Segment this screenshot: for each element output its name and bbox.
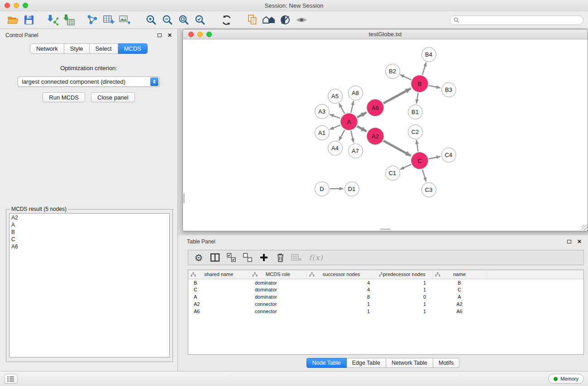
zoom-selected-button[interactable] (192, 13, 208, 27)
vertical-scrollbar[interactable] (183, 193, 185, 203)
open-session-button[interactable] (5, 13, 21, 27)
result-item[interactable]: A (11, 221, 167, 229)
save-session-button[interactable] (21, 13, 37, 27)
result-item[interactable]: B (11, 229, 167, 236)
new-table-button[interactable] (100, 13, 117, 27)
result-item[interactable]: C (11, 236, 167, 243)
add-column-button[interactable] (257, 251, 271, 264)
float-table-panel-icon[interactable] (567, 240, 571, 243)
table-settings-button[interactable]: ⚙ (192, 251, 206, 264)
edge-C-C2[interactable] (416, 140, 418, 151)
node-C3[interactable]: C3 (421, 182, 436, 197)
overview-button[interactable] (261, 13, 277, 27)
tab-select[interactable]: Select (90, 43, 118, 54)
node-B2[interactable]: B2 (385, 64, 400, 79)
delete-column-button[interactable] (273, 251, 287, 264)
edge-B-B4[interactable] (422, 62, 426, 75)
node-A[interactable]: A (340, 113, 358, 130)
node-C2[interactable]: C2 (408, 124, 423, 139)
close-window-button[interactable] (5, 3, 10, 8)
close-table-panel-icon[interactable]: ✕ (577, 239, 582, 244)
close-panel-button[interactable]: Close panel (91, 92, 135, 102)
close-network-window-button[interactable] (188, 32, 194, 37)
zoom-out-button[interactable] (159, 13, 176, 27)
node-B3[interactable]: B3 (441, 82, 456, 97)
tab-edge-table[interactable]: Edge Table (347, 358, 386, 368)
column-header-successor-nodes[interactable]: successor nodes (306, 270, 376, 279)
float-panel-icon[interactable] (158, 33, 162, 37)
select-all-button[interactable] (225, 251, 238, 264)
network-canvas[interactable]: AA1A2A3A4A5A6A7A8BB1B2B3B4CC1C2C3C4DD1 (183, 39, 588, 230)
edge-A-A7[interactable] (351, 131, 354, 143)
edge-C-C4[interactable] (429, 157, 440, 159)
show-hide-button[interactable] (293, 13, 310, 27)
tab-network[interactable]: Network (30, 43, 64, 54)
node-C[interactable]: C (411, 152, 428, 169)
node-A7[interactable]: A7 (348, 143, 363, 158)
export-image-button[interactable] (117, 13, 133, 27)
node-D1[interactable]: D1 (344, 181, 359, 196)
deselect-all-button[interactable] (241, 251, 254, 264)
edge-A-A3[interactable] (330, 114, 340, 119)
import-network-button[interactable] (44, 13, 61, 27)
memory-button[interactable]: Memory (548, 374, 584, 384)
edge-C-C1[interactable] (400, 164, 411, 169)
result-item[interactable]: A2 (11, 214, 167, 221)
column-header-name[interactable]: name (432, 270, 487, 279)
duplicate-network-button[interactable] (244, 13, 261, 27)
function-builder-button[interactable]: f(x) (306, 251, 326, 264)
criterion-dropdown[interactable]: largest connected component (directed) (18, 76, 160, 87)
tab-network-table[interactable]: Network Table (386, 358, 433, 368)
node-C1[interactable]: C1 (385, 166, 400, 181)
edge-A-A5[interactable] (339, 103, 344, 114)
edge-C-C3[interactable] (422, 170, 426, 182)
node-A1[interactable]: A1 (315, 125, 330, 140)
table-row[interactable]: Adominator80A (188, 293, 583, 300)
run-mcds-button[interactable]: Run MCDS (43, 92, 85, 102)
node-B1[interactable]: B1 (408, 105, 423, 119)
edge-A-A6[interactable] (357, 112, 367, 117)
edge-A6-B[interactable] (383, 88, 411, 103)
node-A2[interactable]: A2 (367, 128, 384, 145)
node-A6[interactable]: A6 (367, 99, 384, 116)
horizontal-scrollbar[interactable] (380, 229, 390, 230)
column-visibility-button[interactable] (208, 251, 222, 264)
node-B4[interactable]: B4 (421, 47, 436, 62)
delete-table-button[interactable] (290, 251, 303, 264)
minimize-network-window-button[interactable] (197, 32, 203, 37)
edge-A-A2[interactable] (357, 126, 367, 131)
zoom-window-button[interactable] (23, 3, 28, 8)
node-A8[interactable]: A8 (348, 86, 363, 100)
column-header-shared-name[interactable]: shared name (188, 270, 249, 279)
node-C4[interactable]: C4 (441, 148, 456, 162)
new-network-button[interactable] (84, 13, 100, 27)
tab-style[interactable]: Style (64, 43, 90, 54)
table-row[interactable]: A2connector11A2 (188, 300, 583, 308)
table-row[interactable]: A6connector11A6 (188, 308, 583, 315)
search-input[interactable] (462, 17, 579, 23)
edge-A-A4[interactable] (339, 130, 345, 141)
node-B[interactable]: B (411, 75, 428, 92)
edge-A2-C[interactable] (383, 141, 411, 156)
column-header-predecessor-nodes[interactable]: predecessor nodes (376, 270, 432, 279)
panel-list-button[interactable] (4, 374, 18, 384)
node-A5[interactable]: A5 (328, 89, 343, 104)
node-D[interactable]: D (315, 181, 330, 196)
zoom-network-window-button[interactable] (206, 32, 212, 37)
import-table-button[interactable] (61, 13, 77, 27)
graphics-details-button[interactable] (277, 13, 293, 27)
resize-grip[interactable] (582, 224, 588, 230)
close-panel-icon[interactable]: ✕ (167, 33, 172, 38)
column-header-mcds-role[interactable]: MCDS role (249, 270, 306, 279)
node-A3[interactable]: A3 (315, 104, 330, 119)
edge-B-B3[interactable] (429, 86, 440, 88)
edge-A-A1[interactable] (330, 125, 340, 130)
search-box[interactable] (449, 15, 583, 25)
tab-motifs[interactable]: Motifs (433, 358, 459, 368)
edge-B-B1[interactable] (416, 93, 418, 103)
result-item[interactable]: A6 (11, 243, 167, 250)
table-row[interactable]: Cdominator41C (188, 286, 583, 293)
table-row[interactable]: Bdominator41B (188, 279, 583, 286)
zoom-fit-button[interactable] (176, 13, 192, 27)
tab-node-table[interactable]: Node Table (306, 358, 347, 368)
